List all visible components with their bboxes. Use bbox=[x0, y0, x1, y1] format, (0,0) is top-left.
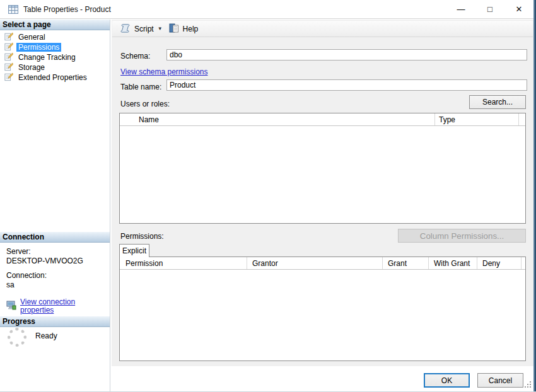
perm-column-with-grant[interactable]: With Grant bbox=[429, 257, 477, 269]
script-icon bbox=[120, 23, 131, 35]
sidebar-item-change-tracking[interactable]: Change Tracking bbox=[0, 52, 110, 62]
sidebar-item-label: Permissions bbox=[16, 43, 61, 52]
column-permissions-button[interactable]: Column Permissions... bbox=[398, 229, 526, 243]
page-icon bbox=[4, 42, 13, 53]
search-button[interactable]: Search... bbox=[469, 95, 526, 109]
script-dropdown-arrow-icon[interactable]: ▼ bbox=[158, 26, 163, 32]
help-button[interactable]: Help bbox=[183, 25, 199, 33]
view-schema-permissions-link[interactable]: View schema permissions bbox=[120, 67, 208, 76]
sidebar-item-permissions[interactable]: Permissions bbox=[0, 42, 110, 52]
perm-column-grant[interactable]: Grant bbox=[383, 257, 429, 269]
connection-properties-icon bbox=[6, 301, 16, 312]
sidebar-item-storage[interactable]: Storage bbox=[0, 62, 110, 72]
table-icon bbox=[8, 5, 18, 14]
window-title: Table Properties - Product bbox=[23, 5, 111, 14]
title-bar[interactable]: Table Properties - Product — □ ✕ bbox=[0, 0, 533, 19]
users-or-roles-label: Users or roles: bbox=[120, 100, 170, 108]
progress-status: Ready bbox=[8, 328, 57, 347]
view-connection-properties-link[interactable]: View connection properties bbox=[20, 298, 108, 314]
tab-explicit[interactable]: Explicit bbox=[119, 244, 149, 257]
page-tree: General Permissions bbox=[0, 32, 110, 83]
sidebar-item-label: Storage bbox=[16, 63, 47, 72]
resize-grip[interactable] bbox=[525, 381, 531, 388]
progress-spinner-icon bbox=[8, 328, 26, 347]
sidebar-item-label: Extended Properties bbox=[16, 73, 89, 82]
perm-column-grantor[interactable]: Grantor bbox=[247, 257, 383, 269]
table-name-label: Table name: bbox=[120, 83, 161, 91]
ok-button[interactable]: OK bbox=[424, 373, 470, 388]
page-icon bbox=[4, 32, 13, 43]
maximize-button[interactable]: □ bbox=[475, 0, 504, 18]
progress-header: Progress bbox=[0, 316, 110, 327]
page-icon bbox=[4, 72, 13, 83]
sidebar: Select a page General bbox=[0, 20, 110, 391]
window-controls: — □ ✕ bbox=[446, 0, 533, 18]
permissions-grid[interactable]: Permission Grantor Grant With Grant Deny bbox=[119, 257, 526, 361]
close-button[interactable]: ✕ bbox=[504, 0, 533, 18]
table-name-field[interactable] bbox=[166, 79, 527, 91]
minimize-button[interactable]: — bbox=[446, 0, 475, 18]
server-label: Server: bbox=[6, 248, 108, 256]
permissions-label: Permissions: bbox=[120, 232, 164, 241]
help-icon bbox=[169, 23, 180, 35]
progress-status-text: Ready bbox=[35, 331, 57, 347]
permissions-grid-header: Permission Grantor Grant With Grant Deny bbox=[120, 257, 525, 270]
table-properties-dialog: Table Properties - Product — □ ✕ Select … bbox=[0, 0, 536, 392]
perm-column-permission[interactable]: Permission bbox=[120, 257, 247, 269]
users-column-filler bbox=[519, 113, 525, 125]
perm-column-deny[interactable]: Deny bbox=[477, 257, 521, 269]
connection-header: Connection bbox=[0, 232, 110, 243]
script-button[interactable]: Script bbox=[134, 25, 154, 33]
users-column-name[interactable]: Name bbox=[120, 113, 435, 125]
server-value: DESKTOP-VMVOO2G bbox=[6, 257, 108, 265]
users-roles-grid[interactable]: Name Type bbox=[119, 113, 526, 224]
schema-label: Schema: bbox=[120, 52, 150, 61]
cancel-button[interactable]: Cancel bbox=[477, 373, 523, 388]
users-grid-header: Name Type bbox=[120, 113, 525, 126]
select-a-page-header: Select a page bbox=[0, 20, 110, 30]
connection-info: Server: DESKTOP-VMVOO2G Connection: sa V… bbox=[6, 246, 108, 314]
main-panel: Script ▼ Help Schema: View schema permis… bbox=[112, 20, 533, 366]
perm-column-filler bbox=[521, 257, 525, 269]
window-accent-border bbox=[533, 0, 536, 391]
page-icon bbox=[4, 52, 13, 63]
page-icon bbox=[4, 62, 13, 73]
sidebar-item-extended-properties[interactable]: Extended Properties bbox=[0, 72, 110, 83]
schema-field[interactable] bbox=[166, 49, 527, 61]
sidebar-item-label: General bbox=[16, 33, 47, 42]
sidebar-item-general[interactable]: General bbox=[0, 32, 110, 42]
sidebar-item-label: Change Tracking bbox=[16, 53, 78, 62]
toolbar: Script ▼ Help bbox=[112, 21, 533, 37]
connection-value: sa bbox=[6, 281, 108, 289]
connection-label: Connection: bbox=[6, 272, 108, 280]
users-column-type[interactable]: Type bbox=[435, 113, 519, 125]
